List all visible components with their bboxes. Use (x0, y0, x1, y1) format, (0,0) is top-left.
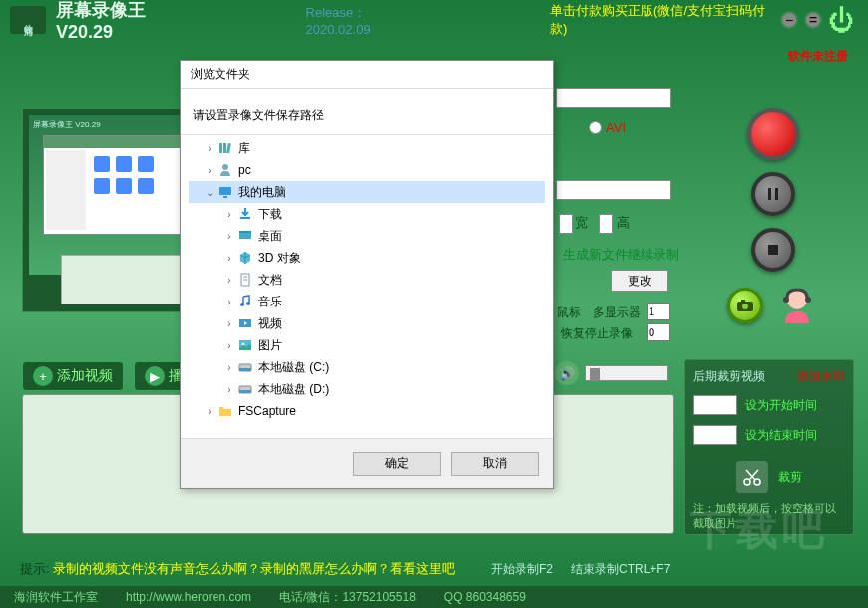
record-button[interactable] (747, 108, 799, 160)
computer-icon (217, 183, 234, 201)
video-icon (236, 314, 254, 332)
add-video-button[interactable]: + 添加视频 (22, 361, 124, 391)
tree-arrow-icon[interactable]: › (222, 275, 236, 286)
maximize-button[interactable]: = (804, 11, 822, 29)
tree-arrow-icon[interactable]: › (222, 297, 236, 307)
cut-icon[interactable] (736, 461, 768, 493)
tree-item[interactable]: ›图片 (189, 334, 545, 356)
tree-arrow-icon[interactable]: › (222, 253, 236, 264)
tree-arrow-icon[interactable]: ⌄ (203, 187, 217, 198)
width-input-stub[interactable] (559, 214, 573, 234)
stop-shortcut: 结束录制CTRL+F7 (571, 561, 670, 578)
avi-radio[interactable] (589, 121, 602, 134)
set-start-button[interactable]: 设为开始时间 (745, 397, 817, 414)
start-shortcut: 开始录制F2 (491, 561, 553, 578)
tip-link[interactable]: 录制的视频文件没有声音怎么办啊？录制的黑屏怎么办啊？看看这里吧 (53, 561, 455, 576)
tree-item-label: 文档 (258, 272, 282, 289)
ok-button[interactable]: 确定 (353, 452, 441, 476)
resume-label: 恢复停止录像 (561, 325, 633, 342)
tree-arrow-icon[interactable]: › (222, 340, 236, 351)
tree-arrow-icon[interactable]: › (222, 231, 236, 242)
play-icon: ▶ (145, 366, 165, 386)
footer-studio: 海润软件工作室 (14, 589, 98, 606)
multimon-label: 多显示器 (593, 304, 641, 321)
tree-item-label: pc (238, 163, 251, 177)
svg-rect-2 (768, 245, 778, 255)
tree-arrow-icon[interactable]: › (222, 318, 236, 329)
svg-rect-17 (219, 187, 231, 195)
tree-arrow-icon[interactable]: › (203, 143, 217, 154)
document-icon (236, 271, 254, 289)
volume-icon[interactable]: 🔊 (555, 361, 579, 385)
svg-rect-34 (239, 390, 251, 393)
footer-phone: 电话/微信：13752105518 (279, 589, 416, 606)
disk-icon (236, 380, 254, 398)
end-time-input[interactable] (693, 425, 737, 445)
cut-button[interactable]: 裁剪 (778, 469, 802, 486)
svg-rect-21 (239, 231, 251, 233)
svg-rect-15 (226, 143, 231, 153)
height-input-stub[interactable] (599, 214, 613, 234)
tree-arrow-icon[interactable]: › (222, 384, 236, 395)
volume-slider[interactable] (585, 365, 668, 381)
tree-item[interactable]: ›3D 对象 (189, 247, 545, 269)
tree-item-label: 视频 (258, 315, 282, 332)
desktop-icon (236, 227, 254, 245)
tree-item[interactable]: ›下载 (189, 203, 545, 225)
tree-arrow-icon[interactable]: › (203, 165, 217, 176)
tree-item[interactable]: ›桌面 (189, 225, 545, 247)
add-watermark-link[interactable]: 添加水印 (797, 368, 845, 385)
add-video-label: 添加视频 (57, 367, 113, 385)
tree-item-label: 本地磁盘 (C:) (258, 359, 329, 376)
app-logo: 海润软件 (10, 6, 46, 34)
multimon-input[interactable] (647, 303, 670, 320)
tree-item[interactable]: ›pc (189, 159, 545, 181)
folder-tree[interactable]: ›库›pc⌄我的电脑›下载›桌面›3D 对象›文档›音乐›视频›图片›本地磁盘 … (181, 134, 553, 438)
browse-folder-dialog: 浏览文件夹 请设置录像文件保存路径 ›库›pc⌄我的电脑›下载›桌面›3D 对象… (180, 60, 554, 489)
tree-item[interactable]: ⌄我的电脑 (189, 181, 545, 203)
site-watermark: 下载吧 (690, 502, 828, 558)
screenshot-button[interactable] (727, 288, 763, 323)
minimize-button[interactable]: − (780, 11, 798, 29)
tree-item[interactable]: ›视频 (189, 312, 545, 334)
avi-label: AVI (606, 120, 626, 135)
support-icon[interactable] (775, 284, 819, 327)
tree-arrow-icon[interactable]: › (222, 209, 236, 220)
svg-rect-19 (240, 217, 250, 219)
footer: 海润软件工作室 http://www.heroren.com 电话/微信：137… (0, 586, 868, 608)
unregistered-label: 软件未注册 (788, 48, 848, 65)
svg-point-8 (805, 297, 811, 303)
tree-item-label: 3D 对象 (258, 250, 301, 267)
tree-item[interactable]: ›本地磁盘 (D:) (189, 378, 545, 400)
tree-item[interactable]: ›本地磁盘 (C:) (189, 356, 545, 378)
purchase-link[interactable]: 单击付款购买正版(微信/支付宝扫码付款) (550, 2, 780, 38)
svg-rect-13 (219, 143, 222, 153)
tree-item-label: 我的电脑 (238, 184, 286, 201)
music-icon (236, 293, 254, 310)
start-time-input[interactable] (693, 395, 737, 415)
svg-rect-14 (223, 143, 226, 153)
set-end-button[interactable]: 设为结束时间 (745, 427, 817, 444)
footer-qq: QQ 860348659 (444, 590, 526, 604)
resume-input[interactable] (647, 323, 670, 341)
cancel-button[interactable]: 取消 (451, 452, 539, 476)
pause-button[interactable] (751, 172, 795, 216)
dropdown-stub-1[interactable] (556, 88, 671, 108)
stop-button[interactable] (751, 228, 795, 272)
tree-item[interactable]: ›库 (189, 137, 545, 159)
tree-item[interactable]: ›FSCapture (189, 400, 545, 422)
folder-icon (217, 402, 234, 420)
tree-item[interactable]: ›音乐 (189, 291, 545, 312)
3d-icon (236, 249, 254, 267)
footer-url[interactable]: http://www.heroren.com (126, 590, 251, 604)
dropdown-stub-2[interactable] (556, 180, 671, 200)
picture-icon (236, 336, 254, 354)
power-close-button[interactable]: ⏻ (828, 5, 858, 35)
generate-file-label: 生成新文件继续录制 (563, 246, 679, 264)
tree-arrow-icon[interactable]: › (203, 406, 217, 417)
trim-title: 后期裁剪视频 (693, 368, 765, 385)
tree-item[interactable]: ›文档 (189, 269, 545, 291)
tree-arrow-icon[interactable]: › (222, 362, 236, 373)
change-button[interactable]: 更改 (611, 270, 668, 292)
library-icon (217, 139, 234, 157)
